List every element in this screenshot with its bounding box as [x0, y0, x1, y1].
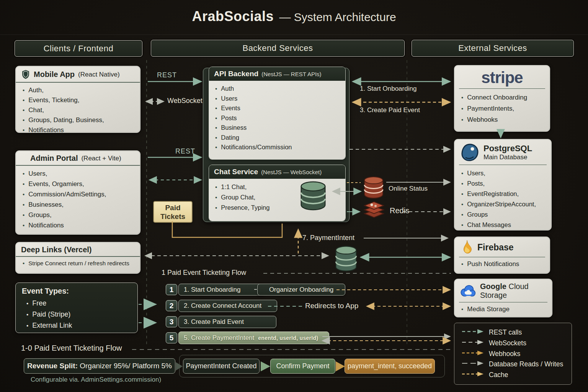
list-item: Business [214, 123, 341, 133]
rest-arrow-sample [461, 328, 484, 336]
list-item: Events, Ticketing, [21, 95, 135, 105]
chat-cache-database-icon [299, 181, 328, 213]
mobile-app-tech: (React Native) [78, 71, 120, 78]
redirects-to-app-label: Redirects to App [305, 302, 358, 310]
api-backend-tech: (NestJS — REST APIs) [261, 71, 321, 77]
list-item: Chat Messages [460, 220, 546, 230]
list-item: Events, Orgamiers, [21, 179, 135, 189]
cache-arrow-sample [461, 371, 484, 379]
list-item: Auth [214, 84, 341, 94]
google-cloud-icon [460, 284, 476, 298]
database-arrow-sample [461, 360, 484, 368]
list-item: Stripe Connect return / refresh redirect… [21, 259, 135, 268]
websocket-label: WebSocket [167, 97, 203, 105]
revenue-split-box: Revenue Split: Organizer 95%/ Platform 5… [24, 358, 175, 374]
chat-service-tech: (NestJS — WebSocket) [261, 169, 322, 175]
revenue-split-label: Revenue Split: [27, 362, 78, 370]
mobile-app-title: Mobile App [34, 70, 75, 79]
page-subtitle: — System Architecture [279, 11, 396, 23]
mobile-app-box: Mobile App (React Native) Auth, Events, … [15, 66, 140, 133]
redis-label: Redis [390, 206, 409, 215]
legend-websockets: WebSockets [461, 339, 565, 347]
list-item: Chat, [21, 105, 135, 115]
list-item: Groups, [21, 210, 135, 220]
postgresql-subtitle: Main Database [483, 154, 532, 161]
step-1-box: 1. Start Onboarding [178, 284, 265, 296]
legend-rest-calls: REST calls [461, 328, 565, 336]
paid-tickets-note: Paid Tickets [153, 201, 193, 223]
list-item: Media Storage [460, 305, 547, 313]
postgresql-box: PostgreSQL Main Database Users, Posts, E… [454, 139, 552, 230]
list-item: Users, [460, 168, 546, 178]
create-paid-event-label: 3. Create Paid Event [360, 106, 420, 114]
list-item: Paid (Stripe) [25, 309, 131, 320]
admin-portal-title: Admin Portal [30, 154, 78, 163]
list-item: Events [214, 103, 341, 113]
online-status-database-icon [362, 176, 385, 201]
api-backend-box: API Backend (NestJS — REST APIs) Auth Us… [209, 67, 346, 160]
google-cloud-storage-box: Google Cloud Storage Media Storage [454, 279, 552, 317]
list-item: Users, [21, 168, 135, 179]
commission-note: Configurable via. AdminSettings.commissi… [31, 376, 161, 384]
legend-webhooks: Webhooks [461, 350, 565, 358]
event-types-box: Event Types: Free Paid (Stripe) External… [15, 283, 138, 333]
redis-icon [363, 200, 385, 223]
step-2-box: 2. Create Connect Account [178, 300, 277, 312]
column-header-backend: Backend Services [151, 40, 405, 57]
list-item: Businesses, [21, 199, 135, 210]
step-3-badge: 3 [166, 316, 177, 327]
divider [459, 302, 547, 302]
column-header-backend-label: Backend Services [242, 43, 313, 53]
step-3-box: 3. Create Paid Event [178, 316, 276, 328]
payment-database-icon [334, 245, 358, 274]
list-item: Dating [214, 133, 341, 143]
title-divider [0, 34, 588, 35]
firebase-title: Firebase [477, 242, 514, 253]
list-item: Users [214, 94, 341, 104]
start-onboarding-label: 1. Start Onboarding [360, 85, 416, 93]
list-item: Notifications/Commission [214, 142, 341, 152]
paid-tickets-line2: Tickets [154, 212, 192, 221]
admin-portal-tech: (React + Vite) [81, 155, 121, 162]
page-title: ArabSocials — System Architecture [0, 8, 588, 24]
event-types-title: Event Types: [22, 287, 131, 296]
postgresql-icon [461, 143, 479, 162]
deep-links-title: Deep Links (Vercel) [21, 245, 92, 254]
confirm-payment-box: Confirm Payment [270, 359, 335, 374]
legend-box: REST calls WebSockets Webhooks Database … [454, 323, 572, 385]
bottom-flow-title: 1-0 Paid Event Ticketing Flow [21, 344, 122, 353]
divider [459, 88, 545, 89]
rest-label-admin: REST [175, 147, 195, 155]
postgresql-title: PostgreSQL [483, 144, 532, 154]
gcs-brand: Google [480, 282, 506, 291]
list-item: Posts [214, 113, 341, 123]
ticketing-flow-title: 1 Paid Event Ticketing Flow [162, 269, 246, 277]
step-1-badge: 1 [166, 284, 177, 295]
brand-name: ArabSocials [192, 8, 274, 24]
list-item: PaymentIntents, [460, 103, 544, 114]
list-item: Auth, [21, 85, 135, 95]
list-item: Groups [460, 209, 546, 220]
list-item: Push Notifications [460, 260, 544, 268]
rest-label-mobile: REST [157, 71, 177, 79]
websocket-arrow-sample [461, 339, 484, 347]
list-item: Groups, Dating, Business, [21, 115, 135, 125]
list-item: Notifications [21, 125, 135, 135]
admin-portal-box: Admin Portal (React + Vite) Users, Event… [15, 150, 140, 235]
revenue-split-value: Organizer 95%/ Platform 5% [78, 362, 172, 370]
api-backend-title: API Backend [214, 70, 258, 78]
legend-cache: Cache [461, 371, 565, 379]
column-header-clients-label: Clients / Frontend [44, 44, 114, 54]
webhook-arrow-sample [461, 350, 484, 358]
paid-tickets-line1: Paid [154, 203, 192, 212]
deep-links-box: Deep Links (Vercel) Stripe Connect retur… [15, 242, 140, 274]
list-item: Posts, [460, 178, 546, 189]
list-item: OrganizerStripeAccount, [460, 199, 546, 209]
column-header-external-label: External Services [458, 43, 527, 53]
list-item: Notifications [21, 220, 135, 230]
chat-service-title: Chat Service [214, 168, 258, 176]
legend-database-reads-writes: Database Reads / Writes [461, 360, 565, 368]
stripe-box: stripe Connect Onboarding PaymentIntents… [454, 65, 550, 132]
divider [459, 165, 547, 165]
list-item: EventRegistration, [460, 189, 546, 199]
